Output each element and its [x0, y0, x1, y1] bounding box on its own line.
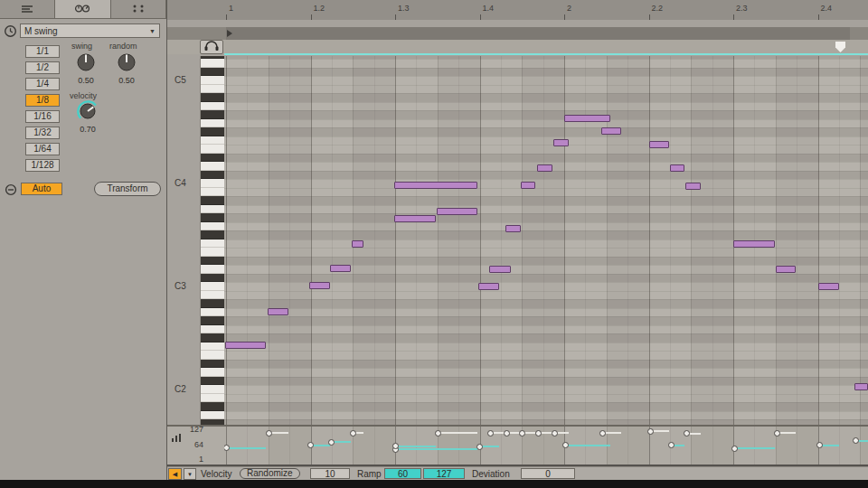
velocity-lane[interactable]: 127641 [167, 427, 868, 466]
piano-key[interactable] [201, 68, 224, 77]
random-knob-value[interactable]: 0.50 [115, 76, 138, 85]
transform-button[interactable]: Transform [94, 182, 161, 196]
piano-keyboard[interactable] [201, 56, 225, 425]
midi-note[interactable] [505, 225, 521, 232]
piano-key[interactable] [201, 239, 224, 249]
piano-key[interactable] [201, 205, 224, 214]
velocity-marker[interactable] [266, 430, 272, 436]
scrub-area[interactable] [167, 20, 868, 27]
midi-note[interactable] [564, 115, 610, 122]
piano-key[interactable] [201, 394, 224, 403]
piano-key[interactable] [201, 299, 224, 308]
piano-key[interactable] [201, 377, 224, 386]
ramp-end-field[interactable]: 127 [423, 468, 465, 479]
velocity-knob-value[interactable]: 0.70 [76, 125, 99, 134]
piano-key[interactable] [201, 248, 224, 257]
piano-key[interactable] [201, 59, 224, 68]
piano-key[interactable] [201, 316, 224, 325]
grid-rate-button[interactable]: 1/128 [25, 159, 60, 172]
velocity-marker[interactable] [816, 442, 823, 448]
randomize-button[interactable]: Randomize [240, 468, 300, 479]
hotswap-preset-icon[interactable] [4, 24, 17, 42]
midi-note[interactable] [478, 283, 499, 290]
midi-note[interactable] [685, 183, 701, 190]
clip-start-marker-icon[interactable] [227, 30, 232, 37]
velocity-marker[interactable] [668, 442, 675, 448]
tab-clip[interactable] [0, 0, 55, 18]
velocity-marker[interactable] [562, 442, 569, 448]
grid-rate-button[interactable]: 1/64 [25, 143, 60, 155]
midi-note[interactable] [854, 383, 868, 390]
midi-note[interactable] [489, 266, 511, 273]
piano-key[interactable] [201, 325, 224, 334]
grid-rate-button[interactable]: 1/16 [25, 110, 60, 123]
piano-key[interactable] [201, 136, 224, 145]
velocity-marker[interactable] [487, 430, 494, 436]
velocity-marker[interactable] [476, 444, 483, 450]
midi-note[interactable] [818, 283, 839, 290]
piano-key[interactable] [201, 230, 224, 239]
velocity-marker[interactable] [307, 442, 314, 448]
midi-note[interactable] [268, 308, 288, 315]
velocity-marker[interactable] [774, 430, 780, 436]
piano-key[interactable] [201, 110, 224, 119]
beat-time-ruler[interactable]: 11.21.31.422.22.32.4 [167, 0, 868, 21]
piano-key[interactable] [201, 411, 224, 420]
velocity-knob[interactable] [76, 99, 99, 127]
piano-key[interactable] [201, 85, 224, 94]
note-grid[interactable] [224, 56, 868, 425]
swing-knob-value[interactable]: 0.50 [74, 76, 98, 85]
randomize-amount-field[interactable]: 10 [310, 468, 350, 479]
loop-brace[interactable] [226, 27, 850, 40]
velocity-marker[interactable] [647, 428, 654, 435]
midi-note[interactable] [330, 265, 351, 272]
grid-rate-button[interactable]: 1/8 [25, 94, 60, 107]
velocity-marker[interactable] [535, 430, 542, 436]
auto-button[interactable]: Auto [21, 183, 62, 195]
lane-select-button[interactable]: ◀ [168, 468, 182, 480]
grid-rate-button[interactable]: 1/2 [25, 61, 60, 74]
lane-dropdown-button[interactable]: ▼ [184, 468, 196, 480]
piano-key[interactable] [201, 213, 224, 222]
piano-key[interactable] [201, 257, 224, 266]
velocity-marker[interactable] [435, 430, 441, 436]
piano-key[interactable] [201, 119, 224, 128]
velocity-segment[interactable] [564, 445, 610, 446]
piano-key[interactable] [201, 351, 224, 360]
piano-key[interactable] [201, 265, 224, 274]
midi-note[interactable] [437, 208, 477, 215]
midi-note[interactable] [601, 127, 621, 135]
swing-knob[interactable] [74, 51, 98, 78]
piano-key[interactable] [201, 385, 224, 394]
midi-note[interactable] [733, 240, 775, 248]
midi-note[interactable] [649, 141, 669, 148]
tab-tools[interactable] [55, 0, 110, 18]
piano-key[interactable] [201, 93, 224, 102]
grid-rate-button[interactable]: 1/4 [25, 78, 60, 90]
piano-key[interactable] [201, 154, 224, 163]
midi-note[interactable] [776, 266, 796, 273]
piano-key[interactable] [201, 360, 224, 369]
piano-key[interactable] [201, 76, 224, 85]
midi-note[interactable] [352, 240, 363, 248]
piano-key[interactable] [201, 343, 224, 352]
piano-key[interactable] [201, 102, 224, 111]
piano-key[interactable] [201, 127, 224, 136]
velocity-marker[interactable] [328, 439, 335, 446]
velocity-segment[interactable] [437, 432, 477, 434]
midi-note[interactable] [521, 182, 535, 189]
midi-note[interactable] [553, 139, 569, 146]
velocity-segment[interactable] [225, 447, 266, 449]
midi-note[interactable] [225, 342, 266, 349]
velocity-marker[interactable] [552, 430, 558, 436]
piano-key[interactable] [201, 196, 224, 205]
velocity-segment[interactable] [394, 446, 436, 447]
piano-key[interactable] [201, 282, 224, 291]
velocity-marker[interactable] [599, 430, 606, 436]
piano-key[interactable] [201, 308, 224, 317]
velocity-marker[interactable] [731, 446, 738, 452]
preview-headphone-button[interactable] [200, 40, 223, 54]
grid-rate-button[interactable]: 1/1 [25, 45, 60, 58]
velocity-marker[interactable] [519, 430, 525, 436]
piano-key[interactable] [201, 162, 224, 171]
